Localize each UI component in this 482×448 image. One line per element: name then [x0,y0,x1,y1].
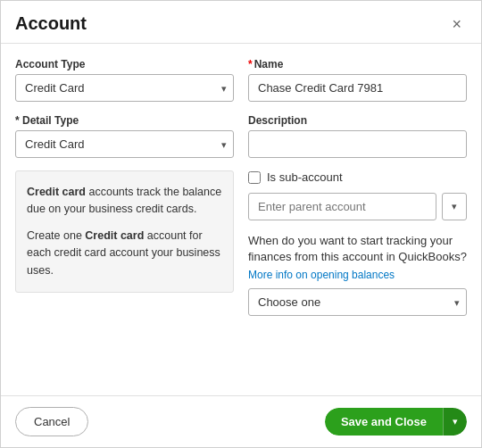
detail-type-select-wrapper: Credit Card ▾ [15,130,234,158]
col-detail-type: * Detail Type Credit Card ▾ [15,114,234,158]
dialog-body: Account Type Credit Card Bank Other Curr… [1,44,481,395]
account-type-select-wrapper: Credit Card Bank Other Current Asset ▾ [15,74,234,102]
info-box: Credit card accounts track the balance d… [15,170,234,293]
description-label: Description [248,114,467,127]
close-button[interactable]: × [446,14,467,34]
dialog-title: Account [15,13,87,34]
name-input[interactable] [248,74,467,102]
save-dropdown-arrow-button[interactable]: ▾ [443,408,467,436]
detail-type-select[interactable]: Credit Card [15,130,234,158]
sub-account-row: Is sub-account [248,170,467,184]
account-type-label: Account Type [15,58,234,71]
parent-account-input[interactable] [248,193,436,220]
name-label: *Name [248,58,467,71]
sub-account-label[interactable]: Is sub-account [267,170,343,184]
choose-one-select-wrapper: Choose one ▾ [248,288,467,316]
col-description: Description [248,114,467,158]
sub-account-checkbox[interactable] [248,171,261,184]
col-info-box: Credit card accounts track the balance d… [15,170,234,293]
account-type-select[interactable]: Credit Card Bank Other Current Asset [15,74,234,102]
name-required-star: * [248,58,253,71]
tracking-question: When do you want to start tracking your … [248,233,467,265]
row-detail-description: * Detail Type Credit Card ▾ Description [15,114,467,158]
info-text-1: Credit card accounts track the balance d… [27,184,222,219]
choose-one-select[interactable]: Choose one [248,288,467,316]
row-info-right: Credit card accounts track the balance d… [15,170,467,316]
dialog-footer: Cancel Save and Close ▾ [1,395,481,447]
save-button-group: Save and Close ▾ [325,408,467,436]
info-text-2: Create one Credit card account for each … [27,228,222,279]
row-account-name: Account Type Credit Card Bank Other Curr… [15,58,467,102]
opening-balances-link[interactable]: More info on opening balances [248,269,467,281]
col-account-type: Account Type Credit Card Bank Other Curr… [15,58,234,102]
col-name: *Name [248,58,467,102]
col-right-fields: Is sub-account ▾ When do you want to sta… [248,170,467,316]
parent-account-row: ▾ [248,193,467,220]
parent-account-dropdown-btn[interactable]: ▾ [442,193,467,220]
cancel-button[interactable]: Cancel [15,407,88,436]
detail-type-label: * Detail Type [15,114,234,127]
save-and-close-button[interactable]: Save and Close [325,408,443,436]
account-dialog: Account × Account Type Credit Card Bank … [0,0,482,448]
dialog-header: Account × [1,1,481,44]
description-input[interactable] [248,130,467,158]
